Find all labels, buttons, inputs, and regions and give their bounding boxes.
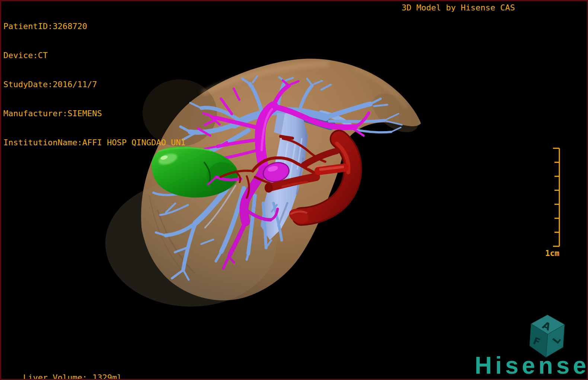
patient-info-line-studydate: StudyDate:2016/11/7 (3, 80, 186, 89)
liver-volume-readout: Liver Volume:1329ml (3, 363, 122, 380)
scale-bar: 1cm (545, 148, 559, 258)
liver-volume-value: 1329ml (92, 373, 122, 380)
patient-info-block: PatientID:3268720 Device:CT StudyDate:20… (3, 2, 186, 167)
view-title: 3D Model by Hisense CAS (402, 3, 515, 13)
patient-info-line-id: PatientID:3268720 (3, 22, 186, 31)
orientation-cube[interactable]: A F L (530, 315, 565, 357)
cas-3d-view-screen: 1cm A F L PatientID:3268720 Device:CT St… (0, 0, 588, 380)
patient-info-line-device: Device:CT (3, 51, 186, 60)
patient-info-line-manufacturer: Manufacturer:SIEMENS (3, 109, 186, 118)
scale-bar-label: 1cm (545, 249, 559, 258)
hisense-logo: Hisense (475, 354, 588, 377)
patient-info-line-institution: InstitutionName:AFFI HOSP QINGDAO UNI (3, 138, 186, 148)
liver-volume-label: Liver Volume: (23, 373, 87, 380)
